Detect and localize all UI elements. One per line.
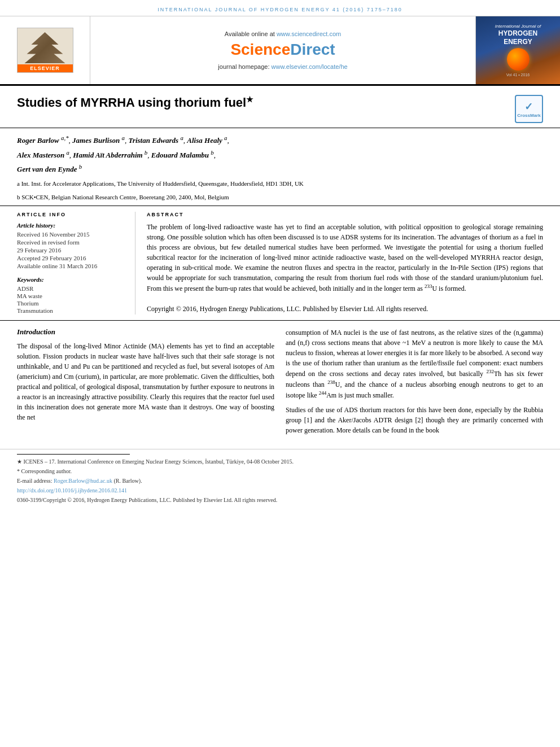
body-left: Introduction The disposal of the long-li… — [17, 327, 274, 440]
article-info-col: ARTICLE INFO Article history: Received 1… — [17, 212, 135, 314]
article-info-label: ARTICLE INFO — [17, 212, 129, 217]
hydrogen-energy-box: International Journal of HYDROGENENERGY … — [475, 16, 560, 84]
abstract-label: ABSTRACT — [147, 212, 543, 217]
doi-link[interactable]: http://dx.doi.org/10.1016/j.ijhydene.201… — [17, 487, 127, 493]
sciencedirect-url[interactable]: www.sciencedirect.com — [277, 30, 341, 37]
elsevier-logo-inner: ELSEVIER — [17, 28, 73, 73]
elsevier-wordmark: ELSEVIER — [18, 64, 73, 72]
journal-header: INTERNATIONAL JOURNAL OF HYDROGEN ENERGY… — [0, 0, 560, 16]
footnote-divider — [17, 454, 130, 455]
author-james-burlison: James Burlison — [72, 136, 120, 145]
introduction-heading: Introduction — [17, 327, 274, 337]
keyword-adsr: ADSR — [17, 285, 129, 292]
elsevier-tree-icon — [23, 32, 68, 63]
elsevier-logo-box: ELSEVIER — [0, 16, 90, 84]
author-alex-masterson: Alex Masterson — [17, 151, 64, 159]
authors-line2: Alex Masterson a, Hamid Aït Abderrahim b… — [17, 147, 543, 162]
intro-para2-right: consumption of MA nuclei is the use of f… — [286, 327, 543, 400]
article-title-section: Studies of MYRRHA using thorium fuel★ ✓ … — [0, 86, 560, 128]
email-suffix: (R. Barlow). — [113, 478, 142, 484]
online-date: Available online 31 March 2016 — [17, 263, 129, 269]
author-tristan-edwards: Tristan Edwards — [128, 136, 178, 145]
journal-title-top: INTERNATIONAL JOURNAL OF HYDROGEN ENERGY… — [158, 7, 403, 12]
keyword-ma-waste: MA waste — [17, 292, 129, 299]
accepted-date: Accepted 29 February 2016 — [17, 255, 129, 261]
authors-section: Roger Barlow a,*, James Burlison a, Tris… — [0, 128, 560, 206]
abstract-text: The problem of long-lived radioactive wa… — [147, 222, 543, 314]
banner-row: ELSEVIER Available online at www.science… — [0, 16, 560, 86]
journal-homepage-url[interactable]: www.elsevier.com/locate/he — [272, 63, 348, 70]
keywords-section: Keywords: ADSR MA waste Thorium Transmut… — [17, 276, 129, 314]
received-date: Received 16 November 2015 — [17, 231, 129, 238]
sciencedirect-center: Available online at www.sciencedirect.co… — [90, 16, 475, 84]
doi-footnote: http://dx.doi.org/10.1016/j.ijhydene.201… — [17, 487, 543, 495]
corresponding-footnote: * Corresponding author. — [17, 468, 543, 475]
sciencedirect-logo: ScienceDirect — [230, 41, 335, 59]
abstract-copyright: Copyright © 2016, Hydrogen Energy Public… — [147, 305, 428, 313]
keyword-transmutation: Transmutation — [17, 307, 129, 314]
issn-text: 0360-3199/Copyright © 2016, Hydrogen Ene… — [17, 497, 543, 503]
crossmark-badge[interactable]: ✓ CrossMark — [515, 95, 543, 123]
footnote-area: ★ ICENES – 17. International Conference … — [0, 449, 560, 508]
abstract-col: ABSTRACT The problem of long-lived radio… — [147, 212, 543, 314]
u238-sup: 238 — [327, 379, 335, 385]
two-col-section: ARTICLE INFO Article history: Received 1… — [0, 206, 560, 321]
h-energy-text: International Journal of — [495, 24, 541, 29]
article-main-title: Studies of MYRRHA using thorium fuel★ — [17, 95, 504, 110]
journal-homepage-text: journal homepage: www.elsevier.com/locat… — [218, 63, 347, 70]
intro-para3-right: Studies of the use of ADS thorium reacto… — [286, 405, 543, 435]
crossmark-label: CrossMark — [517, 113, 540, 118]
keywords-label: Keywords: — [17, 276, 129, 283]
authors-line1: Roger Barlow a,*, James Burlison a, Tris… — [17, 133, 543, 147]
revised-date: 29 February 2016 — [17, 247, 129, 254]
intro-para1: The disposal of the long-lived Minor Act… — [17, 341, 274, 422]
email-link[interactable]: Roger.Barlow@hud.ac.uk — [54, 478, 112, 484]
revised-label: Received in revised form — [17, 239, 129, 246]
am244-sup: 244 — [319, 390, 327, 396]
h-energy-planet-icon — [507, 48, 530, 71]
u233-superscript: 233 — [425, 283, 432, 289]
email-footnote: E-mail address: Roger.Barlow@hud.ac.uk (… — [17, 477, 543, 485]
affiliation-a: a Int. Inst. for Accelerator Application… — [17, 178, 543, 190]
th232-sup: 232 — [487, 369, 495, 374]
author-edouard: Edouard Malambu — [151, 151, 209, 159]
star-symbol: ★ — [246, 95, 253, 104]
author-hamid: Hamid Aït Abderrahim — [73, 151, 142, 159]
body-content: Introduction The disposal of the long-li… — [0, 321, 560, 447]
available-text: Available online at www.sciencedirect.co… — [225, 30, 341, 37]
author-alisa-healy: Alisa Healy — [187, 136, 222, 145]
history-label: Article history: — [17, 222, 129, 229]
h-energy-subtitle: Vol 41 • 2016 — [506, 73, 530, 77]
abstract-text2: U is formed. — [432, 285, 466, 292]
body-right: consumption of MA nuclei is the use of f… — [286, 327, 543, 440]
author-gert: Gert van den Eynde — [17, 165, 77, 174]
star-footnote: ★ ICENES – 17. International Conference … — [17, 458, 543, 466]
affiliation-b: b SCK•CEN, Belgian National Research Cen… — [17, 192, 543, 203]
author-roger-barlow: Roger Barlow — [17, 136, 59, 145]
authors-line3: Gert van den Eynde b — [17, 161, 543, 176]
h-energy-title: HYDROGENENERGY — [498, 29, 537, 46]
keyword-thorium: Thorium — [17, 300, 129, 307]
page-wrapper: INTERNATIONAL JOURNAL OF HYDROGEN ENERGY… — [0, 0, 560, 508]
email-label: E-mail address: — [17, 478, 52, 484]
abstract-body: The problem of long-lived radioactive wa… — [147, 223, 543, 292]
